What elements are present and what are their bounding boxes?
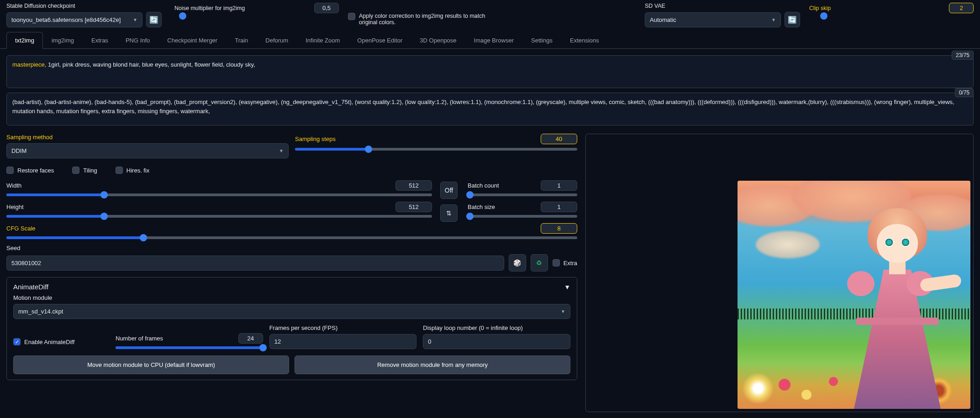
tab-ckpt-merger[interactable]: Checkpoint Merger xyxy=(158,32,226,48)
prompt-counter: 23/75 xyxy=(952,51,974,60)
dice-icon: 🎲 xyxy=(513,259,521,266)
sampling-steps-slider[interactable] xyxy=(295,148,577,151)
checkpoint-value: toonyou_beta6.safetensors [e8d456c42e] xyxy=(11,16,121,23)
tab-deforum[interactable]: Deforum xyxy=(257,32,297,48)
frames-slider[interactable] xyxy=(116,346,263,349)
tab-infinite-zoom[interactable]: Infinite Zoom xyxy=(297,32,348,48)
sdvae-reload-button[interactable]: 🔄 xyxy=(785,12,800,27)
fps-input[interactable] xyxy=(269,334,417,349)
enable-animatediff-label: Enable AnimateDiff xyxy=(24,339,74,345)
move-module-cpu-button[interactable]: Move motion module to CPU (default if lo… xyxy=(13,355,289,374)
tiling-checkbox[interactable]: Tiling xyxy=(72,167,97,174)
swap-icon: ⇅ xyxy=(446,209,452,217)
batch-count-label: Batch count xyxy=(468,182,499,189)
tab-settings[interactable]: Settings xyxy=(522,32,561,48)
seed-reuse-button[interactable]: ♻ xyxy=(531,254,548,272)
color-correct-checkbox[interactable] xyxy=(348,13,355,20)
width-value[interactable]: 512 xyxy=(395,180,432,191)
sampling-steps-value[interactable]: 40 xyxy=(541,134,577,144)
generated-image[interactable] xyxy=(738,181,970,409)
motion-module-select[interactable]: mm_sd_v14.ckpt ▼ xyxy=(13,304,570,319)
cfg-label: CFG Scale xyxy=(6,225,36,232)
restore-faces-checkbox[interactable]: Restore faces xyxy=(6,167,54,174)
loop-input[interactable] xyxy=(423,334,570,349)
batch-count-value[interactable]: 1 xyxy=(541,180,577,191)
batch-count-slider[interactable] xyxy=(468,193,577,196)
batch-size-value[interactable]: 1 xyxy=(541,202,577,212)
tab-extensions[interactable]: Extensions xyxy=(561,32,608,48)
batch-size-label: Batch size xyxy=(468,204,495,210)
width-slider[interactable] xyxy=(6,193,432,196)
collapse-icon: ▼ xyxy=(564,283,570,291)
width-label: Width xyxy=(6,182,21,189)
restore-faces-label: Restore faces xyxy=(17,167,54,174)
tab-3d-openpose[interactable]: 3D Openpose xyxy=(411,32,465,48)
tab-openpose[interactable]: OpenPose Editor xyxy=(348,32,411,48)
sampling-method-select[interactable]: DDIM ▼ xyxy=(6,143,289,158)
animatediff-panel: AnimateDiff ▼ Motion module mm_sd_v14.ck… xyxy=(6,277,577,380)
sdvae-label: SD VAE xyxy=(645,3,800,9)
loop-label: Display loop number (0 = infinite loop) xyxy=(423,324,570,331)
output-gallery[interactable] xyxy=(585,134,974,412)
enable-animatediff-checkbox[interactable]: Enable AnimateDiff xyxy=(13,338,109,345)
tab-pnginfo[interactable]: PNG Info xyxy=(117,32,158,48)
seed-label: Seed xyxy=(6,245,577,251)
seed-extra-label: Extra xyxy=(564,260,577,266)
fps-label: Frames per second (FPS) xyxy=(269,324,417,331)
prompt-input[interactable]: masterpiece, 1girl, pink dress, waving b… xyxy=(6,55,974,88)
reload-icon: 🔄 xyxy=(149,16,158,24)
clip-label: Clip skip xyxy=(809,5,831,11)
height-slider[interactable] xyxy=(6,215,432,218)
height-label: Height xyxy=(6,204,24,210)
tab-txt2img[interactable]: txt2img xyxy=(6,32,43,48)
negative-prompt-input[interactable]: (bad-artist), (bad-artist-anime), (bad-h… xyxy=(6,93,974,125)
checkpoint-select[interactable]: toonyou_beta6.safetensors [e8d456c42e] ▼ xyxy=(6,12,142,27)
prompt-text: 1girl, pink dress, waving blond hair, bl… xyxy=(46,61,255,68)
seed-extra-checkbox[interactable]: Extra xyxy=(553,259,577,266)
caret-icon: ▼ xyxy=(771,17,776,22)
animatediff-title: AnimateDiff xyxy=(13,283,48,291)
hires-fix-checkbox[interactable]: Hires. fix xyxy=(116,167,150,174)
cfg-slider[interactable] xyxy=(6,236,577,239)
recycle-icon: ♻ xyxy=(536,259,542,266)
sampling-steps-label: Sampling steps xyxy=(295,136,336,142)
sampling-method-value: DDIM xyxy=(11,147,26,154)
caret-icon: ▼ xyxy=(279,148,284,153)
seed-input[interactable] xyxy=(6,256,504,271)
animatediff-header[interactable]: AnimateDiff ▼ xyxy=(13,283,570,291)
color-correct-label: Apply color correction to img2img result… xyxy=(359,13,490,26)
noise-label: Noise multiplier for img2img xyxy=(174,5,245,11)
caret-icon: ▼ xyxy=(561,309,565,314)
caret-icon: ▼ xyxy=(133,17,137,22)
checkpoint-reload-button[interactable]: 🔄 xyxy=(146,12,162,27)
reload-icon: 🔄 xyxy=(788,16,797,24)
hires-fix-label: Hires. fix xyxy=(126,167,150,174)
prompt-highlight: masterpiece, xyxy=(12,61,46,68)
sdvae-value: Automatic xyxy=(650,16,676,23)
swap-dims-button[interactable]: ⇅ xyxy=(440,204,458,222)
tab-img2img[interactable]: img2img xyxy=(43,32,83,48)
clip-value[interactable]: 2 xyxy=(949,3,974,13)
tab-image-browser[interactable]: Image Browser xyxy=(465,32,522,48)
batch-size-slider[interactable] xyxy=(468,215,577,218)
checkpoint-label: Stable Diffusion checkpoint xyxy=(6,3,162,9)
motion-module-label: Motion module xyxy=(13,294,570,301)
tiling-label: Tiling xyxy=(83,167,97,174)
tab-train[interactable]: Train xyxy=(226,32,257,48)
off-button[interactable]: Off xyxy=(440,182,458,199)
frames-value[interactable]: 24 xyxy=(238,333,263,344)
sampling-method-label: Sampling method xyxy=(6,134,289,141)
frames-label: Number of frames xyxy=(116,335,163,342)
main-tabs: txt2img img2img Extras PNG Info Checkpoi… xyxy=(0,32,980,49)
noise-value[interactable]: 0,5 xyxy=(314,3,339,13)
cfg-value[interactable]: 8 xyxy=(541,223,577,234)
sdvae-select[interactable]: Automatic ▼ xyxy=(645,12,781,27)
seed-random-button[interactable]: 🎲 xyxy=(509,254,526,272)
remove-module-button[interactable]: Remove motion module from any memory xyxy=(295,355,570,374)
motion-module-value: mm_sd_v14.ckpt xyxy=(18,308,63,315)
tab-extras[interactable]: Extras xyxy=(83,32,117,48)
neg-counter: 0/75 xyxy=(955,88,974,97)
height-value[interactable]: 512 xyxy=(395,202,432,212)
